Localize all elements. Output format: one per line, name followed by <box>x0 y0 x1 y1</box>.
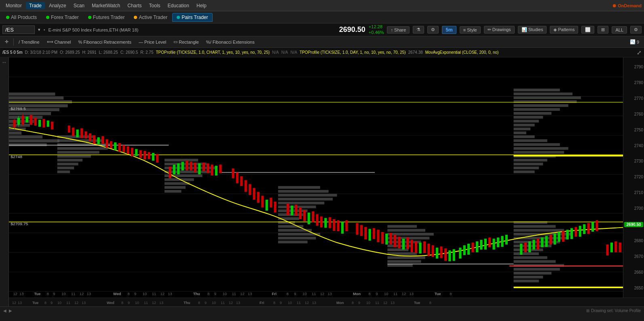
symbol-input[interactable] <box>2 25 35 34</box>
expand-button[interactable]: ⬜ <box>581 26 594 34</box>
svg-rect-231 <box>528 241 531 252</box>
settings-button[interactable]: ⚙ <box>427 26 439 34</box>
svg-rect-109 <box>513 280 538 283</box>
nav-analyze[interactable]: Analyze <box>46 2 70 9</box>
flask-button[interactable]: ⚗ <box>413 26 424 34</box>
svg-rect-238 <box>558 232 560 242</box>
nav-trade[interactable]: Trade <box>26 2 45 9</box>
scroll-right-icon[interactable]: ▶ <box>9 308 12 313</box>
ondemand-label[interactable]: OnDemand <box>618 3 642 8</box>
svg-rect-227 <box>501 236 503 247</box>
price-2790: 2790 <box>624 65 643 69</box>
svg-rect-172 <box>253 188 255 200</box>
nav-marketwatch[interactable]: MarketWatch <box>89 2 123 9</box>
svg-rect-135 <box>80 129 83 138</box>
status-bar: /ES 5 0 5m D: 3/2/18 2:10 PM O: 2689.25 … <box>0 48 644 57</box>
svg-rect-226 <box>497 238 499 247</box>
svg-rect-204 <box>402 239 405 249</box>
timeframe-button[interactable]: 5m <box>442 26 456 34</box>
svg-text:12: 12 <box>152 301 156 305</box>
tab-dot-all-products <box>6 16 9 19</box>
price-2650: 2650 <box>624 286 643 290</box>
svg-rect-240 <box>566 230 569 239</box>
svg-rect-82 <box>513 128 530 131</box>
svg-rect-245 <box>587 223 590 234</box>
status-na1: N/A <box>272 50 279 55</box>
chart-wrapper[interactable]: $2769.5 $2748 $2709.75 VPOC VPOC VPOC 26… <box>9 57 644 306</box>
svg-rect-183 <box>308 213 310 224</box>
svg-rect-140 <box>101 136 104 144</box>
svg-text:9: 9 <box>134 292 136 296</box>
cursor-tool[interactable]: ✛ <box>2 38 12 45</box>
svg-text:8: 8 <box>127 292 129 296</box>
svg-text:13: 13 <box>18 301 22 305</box>
svg-rect-171 <box>249 184 251 195</box>
svg-rect-187 <box>324 218 327 228</box>
svg-text:8: 8 <box>287 292 289 296</box>
nav-scan[interactable]: Scan <box>70 2 88 9</box>
chart-area: ↔ <box>0 57 644 306</box>
svg-rect-198 <box>377 230 379 242</box>
svg-rect-32 <box>57 155 91 158</box>
svg-text:9: 9 <box>51 301 53 305</box>
trendline-tool[interactable]: / Trendline <box>15 39 43 45</box>
nav-monitor[interactable]: Monitor <box>2 2 25 9</box>
tab-futures-trader[interactable]: Futures Trader <box>84 13 129 22</box>
studies-button[interactable]: 📊 Studies <box>518 26 547 34</box>
svg-text:11: 11 <box>221 301 225 305</box>
svg-rect-223 <box>484 239 487 249</box>
tab-dot-pairs <box>177 16 180 19</box>
tab-active-trader[interactable]: Active Trader <box>129 13 172 22</box>
svg-rect-196 <box>369 229 371 241</box>
tab-all-products[interactable]: All Products <box>2 13 41 22</box>
channel-tool[interactable]: ⟺ Channel <box>44 38 74 45</box>
rectangle-tool[interactable]: ▭ Rectangle <box>170 38 202 45</box>
nav-help[interactable]: Help <box>193 2 210 9</box>
tab-forex-trader[interactable]: Forex Trader <box>42 13 83 22</box>
svg-rect-86 <box>513 143 560 146</box>
svg-rect-106 <box>513 268 560 271</box>
svg-text:$2748: $2748 <box>11 154 22 159</box>
svg-rect-129 <box>42 119 45 127</box>
share-button[interactable]: ↑ Share <box>387 26 410 34</box>
all-button[interactable]: ALL <box>612 26 627 34</box>
svg-rect-177 <box>274 202 276 213</box>
grid-button[interactable]: ⊞ <box>598 26 608 34</box>
expand-chart-button[interactable]: ⤢ <box>637 49 642 56</box>
symbol-arrow[interactable]: ▾ <box>38 27 40 32</box>
svg-rect-197 <box>373 228 375 239</box>
svg-rect-148 <box>135 149 137 156</box>
fib-extensions-tool[interactable]: %/ Fibonacci Extensions <box>203 39 258 45</box>
trendline-icon: / <box>19 40 20 44</box>
svg-rect-155 <box>173 165 175 174</box>
svg-rect-128 <box>38 120 41 127</box>
price-level-tool[interactable]: — Price Level <box>135 39 169 45</box>
nav-charts[interactable]: Charts <box>124 2 145 9</box>
nav-education[interactable]: Education <box>165 2 192 9</box>
svg-rect-132 <box>68 126 70 133</box>
nav-tools[interactable]: Tools <box>146 2 164 9</box>
svg-rect-229 <box>520 244 522 255</box>
instrument-name: E-mini S&P 500 Index Futures,ETH (MAR 18… <box>49 27 336 32</box>
style-button[interactable]: ≡ Style <box>460 26 481 34</box>
fibonacci-tool[interactable]: % Fibonacci Retracements <box>75 39 135 45</box>
svg-rect-50 <box>278 202 324 205</box>
drawings-button[interactable]: ✏ Drawings <box>484 26 515 34</box>
svg-rect-224 <box>488 238 491 247</box>
svg-rect-191 <box>341 222 344 234</box>
svg-rect-103 <box>513 256 547 259</box>
tab-label-forex: Forex Trader <box>51 15 79 20</box>
sidebar-arrow-icon[interactable]: ↔ <box>2 59 7 65</box>
patterns-button[interactable]: ◈ Patterns <box>550 26 578 34</box>
svg-text:8: 8 <box>369 292 371 296</box>
gear-button[interactable]: ⚙ <box>630 26 642 34</box>
svg-rect-186 <box>320 216 323 227</box>
chart-canvas[interactable]: $2769.5 $2748 $2709.75 VPOC VPOC VPOC 26… <box>9 57 644 298</box>
tab-pairs-trader[interactable]: Pairs Trader <box>172 13 212 22</box>
studies-count-button[interactable]: 📉 9 <box>627 38 642 45</box>
tab-label-pairs: Pairs Trader <box>182 15 208 20</box>
svg-rect-175 <box>266 200 268 211</box>
svg-rect-87 <box>513 147 568 150</box>
scroll-left-icon[interactable]: ◀ <box>3 308 6 313</box>
svg-text:Fri: Fri <box>272 292 277 296</box>
